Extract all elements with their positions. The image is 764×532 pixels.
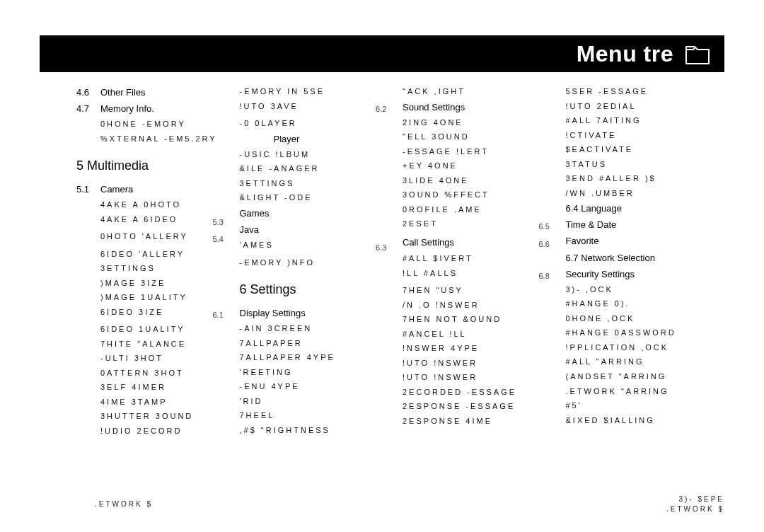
sub-item-numbered: 6IDEO 3IZE6.1	[76, 307, 236, 320]
column-3: "ACK ,IGHT Sound Settings 2ING 4ONE "ELL…	[403, 82, 562, 475]
list-item: Sound Settings	[403, 101, 562, 113]
sub-item: (ANDSET "ARRING	[566, 371, 725, 382]
sub-item: &LIGHT -ODE	[240, 192, 399, 203]
column-1: 4.6Other Files 4.7Memory Info. 0HONE -EM…	[76, 82, 236, 475]
sub-item: 0HONE ,OCK	[566, 313, 725, 324]
sub-item: !PPLICATION ,OCK	[566, 342, 725, 353]
sub-item: 'REETING	[240, 367, 399, 378]
list-item: Favorite	[566, 235, 725, 247]
sub-item: %XTERNAL -EM5.2RY	[76, 134, 236, 144]
sub-item: 2ING 4ONE	[403, 117, 562, 128]
sub-item: -ULTI 3HOT	[76, 353, 236, 364]
column-4: 5SER -ESSAGE !UTO 2EDIAL #ALL 7AITING !C…	[566, 82, 725, 475]
sub-item: #HANGE 0).	[566, 299, 725, 309]
sub-item: /WN .UMBER	[566, 188, 725, 199]
sub-item: &IXED $IALLING	[566, 415, 725, 426]
sub-item: -ENU 4YPE	[240, 381, 399, 392]
sub-item: 4IME 3TAMP	[76, 397, 236, 407]
sub-item: -0 0LAYER	[240, 118, 399, 129]
footer-right: 3)- $EPE .ETWORK $	[666, 495, 724, 514]
list-item: 4.7Memory Info.	[76, 103, 236, 115]
sub-item: )MAGE 1UALITY	[76, 292, 236, 303]
list-item: 5.1Camera	[76, 183, 236, 195]
sub-item: /N .O !NSWER	[403, 300, 562, 311]
list-item: 6.4 Language	[566, 202, 725, 214]
sub-item: &ILE -ANAGER	[240, 163, 399, 174]
list-item: Time & Date	[566, 219, 725, 231]
page-title: Menu tre	[577, 41, 673, 67]
list-item: Games	[240, 207, 399, 219]
list-item: Java	[240, 224, 399, 236]
sub-item: 3ETTINGS	[240, 178, 399, 189]
sub-item-numbered: 'AMES6.3	[240, 240, 399, 253]
sub-item: #ANCEL !LL	[403, 329, 562, 340]
sub-item: 0ATTERN 3HOT	[76, 368, 236, 378]
sub-item: !UTO 2EDIAL	[566, 101, 725, 112]
sub-item: 7ALLPAPER 4YPE	[240, 352, 399, 363]
sub-item: -AIN 3CREEN	[240, 323, 399, 334]
folder-icon	[683, 40, 712, 68]
sub-item: 7ALLPAPER	[240, 338, 399, 349]
page-header: Menu tre	[40, 35, 724, 72]
list-item: Call Settings6.6	[403, 236, 562, 250]
sub-item: !CTIVATE	[566, 130, 725, 141]
section-title: 5 Multimedia	[76, 158, 236, 175]
sub-item: 6IDEO 1UALITY	[76, 324, 236, 335]
sub-item: -EMORY IN 5SE	[240, 86, 399, 97]
sub-item: #ALL $IVERT	[403, 253, 562, 264]
sub-item: 2ECORDED -ESSAGE	[403, 387, 562, 398]
sub-item: 3OUND %FFECT	[403, 190, 562, 200]
sub-item: 0ROFILE .AME	[403, 204, 562, 215]
footer-left: .ETWORK $	[95, 500, 153, 508]
sub-item: 6IDEO 'ALLERY	[76, 249, 236, 260]
sub-item: !UTO !NSWER	[403, 372, 562, 383]
section-title: 6 Settings	[240, 282, 399, 299]
list-item: Security Settings	[566, 268, 725, 280]
sub-item: #ALL 7AITING	[566, 115, 725, 126]
sub-item: 2ESPONSE -ESSAGE	[403, 401, 562, 412]
sub-item: #HANGE 0ASSWORD	[566, 328, 725, 338]
column-2: -EMORY IN 5SE !UTO 3AVE6.2 -0 0LAYER Pla…	[240, 82, 399, 475]
sub-item: -EMORY )NFO	[240, 258, 399, 268]
sub-item: -USIC !LBUM	[240, 149, 399, 160]
sub-item: $EACTIVATE	[566, 144, 725, 155]
sub-item: "ACK ,IGHT	[403, 86, 562, 97]
sub-item: 3LIDE 4ONE	[403, 175, 562, 186]
sub-item: "ELL 3OUND	[403, 132, 562, 142]
sub-item: )MAGE 3IZE	[76, 278, 236, 289]
sub-item: 'RID	[240, 396, 399, 407]
sub-item: 3ETTINGS	[76, 263, 236, 274]
sub-item: !UTO !NSWER	[403, 358, 562, 369]
list-item: Player	[240, 133, 399, 145]
list-item: 6.7 Network Selection	[566, 252, 725, 264]
sub-item: 3HUTTER 3OUND	[76, 411, 236, 422]
sub-item: 7HITE "ALANCE	[76, 339, 236, 349]
list-item: Display Settings	[240, 307, 399, 319]
sub-item-numbered: 0HOTO 'ALLERY5.4	[76, 231, 236, 245]
sub-item: 2ESPONSE 4IME	[403, 416, 562, 427]
sub-item: 5SER -ESSAGE	[566, 86, 725, 97]
sub-item: 7HEEL	[240, 410, 399, 421]
sub-item: +EY 4ONE	[403, 161, 562, 171]
sub-item: 3)- ,OCK	[566, 284, 725, 295]
sub-item: !NSWER 4YPE	[403, 343, 562, 354]
sub-item-numbered: 2ESET6.5	[403, 219, 562, 232]
sub-item-numbered: 4AKE A 6IDEO5.3	[76, 214, 236, 228]
content-area: 4.6Other Files 4.7Memory Info. 0HONE -EM…	[76, 82, 724, 475]
sub-item: ,#$ "RIGHTNESS	[240, 425, 399, 436]
sub-item: 7HEN NOT &OUND	[403, 314, 562, 325]
sub-item: 3END #ALLER )$	[566, 173, 725, 184]
sub-item: 7HEN "USY	[403, 285, 562, 296]
sub-item-numbered: !LL #ALLS6.8	[403, 268, 562, 282]
sub-item: 0HONE -EMORY	[76, 119, 236, 129]
sub-item: 3ELF 4IMER	[76, 382, 236, 393]
sub-item-numbered: !UTO 3AVE6.2	[240, 101, 399, 115]
sub-item: !UDIO 2ECORD	[76, 426, 236, 436]
sub-item: 4AKE A 0HOTO	[76, 200, 236, 210]
sub-item: 3TATUS	[566, 159, 725, 170]
list-item: 4.6Other Files	[76, 86, 236, 98]
sub-item: -ESSAGE !LERT	[403, 146, 562, 157]
sub-item: #5'	[566, 400, 725, 411]
sub-item: .ETWORK "ARRING	[566, 386, 725, 397]
sub-item: #ALL "ARRING	[566, 357, 725, 367]
